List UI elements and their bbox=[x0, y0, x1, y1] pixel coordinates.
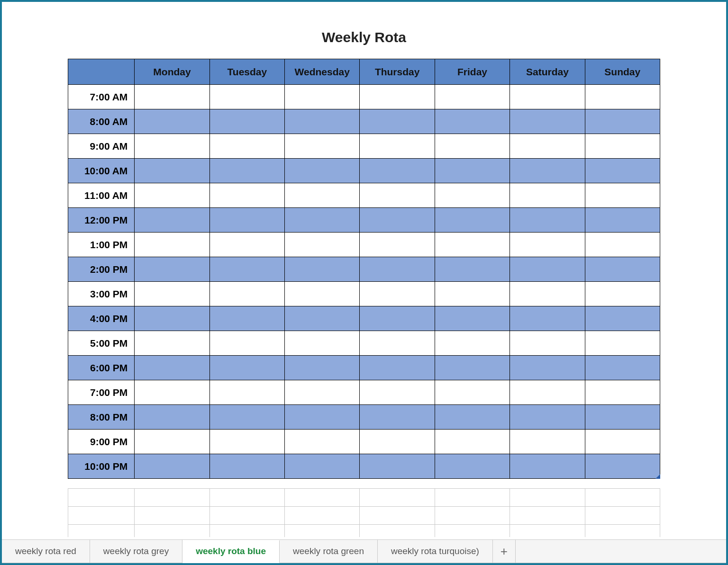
cell[interactable] bbox=[360, 525, 435, 538]
slot-cell[interactable] bbox=[585, 405, 660, 430]
slot-cell[interactable] bbox=[435, 208, 510, 233]
slot-cell[interactable] bbox=[209, 233, 284, 257]
slot-cell[interactable] bbox=[360, 405, 435, 430]
cell[interactable] bbox=[285, 525, 360, 538]
slot-cell[interactable] bbox=[209, 356, 284, 380]
header-day[interactable]: Thursday bbox=[360, 59, 435, 85]
header-day[interactable]: Monday bbox=[135, 59, 209, 85]
slot-cell[interactable] bbox=[360, 306, 435, 331]
slot-cell[interactable] bbox=[285, 405, 360, 430]
cell[interactable] bbox=[68, 507, 135, 525]
slot-cell[interactable] bbox=[135, 405, 209, 430]
slot-cell[interactable] bbox=[209, 405, 284, 430]
header-blank[interactable] bbox=[68, 59, 135, 85]
slot-cell[interactable] bbox=[360, 159, 435, 183]
slot-cell[interactable] bbox=[435, 430, 510, 454]
sheet-tab-turquoise[interactable]: weekly rota turquoise) bbox=[378, 540, 493, 563]
slot-cell[interactable] bbox=[135, 257, 209, 282]
slot-cell[interactable] bbox=[435, 109, 510, 134]
slot-cell[interactable] bbox=[435, 405, 510, 430]
header-day[interactable]: Tuesday bbox=[209, 59, 284, 85]
slot-cell[interactable] bbox=[585, 159, 660, 183]
slot-cell[interactable] bbox=[435, 257, 510, 282]
slot-cell[interactable] bbox=[285, 109, 360, 134]
slot-cell[interactable] bbox=[360, 454, 435, 479]
slot-cell[interactable] bbox=[585, 208, 660, 233]
slot-cell[interactable] bbox=[510, 208, 585, 233]
cell[interactable] bbox=[135, 507, 209, 525]
sheet-tab-blue[interactable]: weekly rota blue bbox=[182, 540, 280, 564]
table-resize-handle[interactable] bbox=[655, 474, 660, 479]
cell[interactable] bbox=[360, 489, 435, 507]
slot-cell[interactable] bbox=[285, 85, 360, 109]
slot-cell[interactable] bbox=[285, 282, 360, 306]
cell[interactable] bbox=[285, 489, 360, 507]
slot-cell[interactable] bbox=[360, 282, 435, 306]
slot-cell[interactable] bbox=[435, 282, 510, 306]
slot-cell[interactable] bbox=[510, 306, 585, 331]
slot-cell[interactable] bbox=[435, 134, 510, 159]
slot-cell[interactable] bbox=[360, 208, 435, 233]
cell[interactable] bbox=[585, 489, 660, 507]
slot-cell[interactable] bbox=[585, 257, 660, 282]
cell[interactable] bbox=[68, 489, 135, 507]
slot-cell[interactable] bbox=[135, 159, 209, 183]
slot-cell[interactable] bbox=[209, 306, 284, 331]
time-cell[interactable]: 11:00 AM bbox=[68, 183, 135, 208]
slot-cell[interactable] bbox=[209, 282, 284, 306]
slot-cell[interactable] bbox=[435, 331, 510, 356]
slot-cell[interactable] bbox=[209, 208, 284, 233]
slot-cell[interactable] bbox=[510, 257, 585, 282]
slot-cell[interactable] bbox=[360, 331, 435, 356]
slot-cell[interactable] bbox=[209, 257, 284, 282]
cell[interactable] bbox=[510, 525, 585, 538]
time-cell[interactable]: 9:00 PM bbox=[68, 430, 135, 454]
slot-cell[interactable] bbox=[510, 405, 585, 430]
slot-cell[interactable] bbox=[510, 331, 585, 356]
slot-cell[interactable] bbox=[510, 233, 585, 257]
slot-cell[interactable] bbox=[135, 208, 209, 233]
cell[interactable] bbox=[135, 525, 209, 538]
slot-cell[interactable] bbox=[135, 134, 209, 159]
time-cell[interactable]: 4:00 PM bbox=[68, 306, 135, 331]
slot-cell[interactable] bbox=[510, 380, 585, 405]
header-day[interactable]: Sunday bbox=[585, 59, 660, 85]
slot-cell[interactable] bbox=[285, 380, 360, 405]
slot-cell[interactable] bbox=[510, 356, 585, 380]
time-cell[interactable]: 9:00 AM bbox=[68, 134, 135, 159]
sheet-tab-red[interactable]: weekly rota red bbox=[2, 540, 90, 563]
cell[interactable] bbox=[285, 507, 360, 525]
time-cell[interactable]: 7:00 AM bbox=[68, 85, 135, 109]
slot-cell[interactable] bbox=[360, 134, 435, 159]
slot-cell[interactable] bbox=[135, 282, 209, 306]
cell[interactable] bbox=[68, 525, 135, 538]
slot-cell[interactable] bbox=[585, 233, 660, 257]
slot-cell[interactable] bbox=[360, 85, 435, 109]
slot-cell[interactable] bbox=[435, 233, 510, 257]
slot-cell[interactable] bbox=[209, 183, 284, 208]
slot-cell[interactable] bbox=[435, 159, 510, 183]
slot-cell[interactable] bbox=[285, 356, 360, 380]
slot-cell[interactable] bbox=[585, 282, 660, 306]
slot-cell[interactable] bbox=[435, 183, 510, 208]
slot-cell[interactable] bbox=[360, 257, 435, 282]
cell[interactable] bbox=[510, 489, 585, 507]
slot-cell[interactable] bbox=[585, 85, 660, 109]
sheet-tab-green[interactable]: weekly rota green bbox=[280, 540, 378, 563]
slot-cell[interactable] bbox=[285, 331, 360, 356]
new-sheet-button[interactable]: + bbox=[493, 540, 516, 563]
time-cell[interactable]: 3:00 PM bbox=[68, 282, 135, 306]
cell[interactable] bbox=[435, 489, 510, 507]
time-cell[interactable]: 1:00 PM bbox=[68, 233, 135, 257]
cell[interactable] bbox=[435, 525, 510, 538]
slot-cell[interactable] bbox=[360, 356, 435, 380]
slot-cell[interactable] bbox=[585, 134, 660, 159]
slot-cell[interactable] bbox=[360, 233, 435, 257]
slot-cell[interactable] bbox=[135, 430, 209, 454]
slot-cell[interactable] bbox=[510, 85, 585, 109]
cell[interactable] bbox=[209, 525, 284, 538]
cell[interactable] bbox=[585, 507, 660, 525]
slot-cell[interactable] bbox=[209, 430, 284, 454]
cell[interactable] bbox=[510, 507, 585, 525]
time-cell[interactable]: 12:00 PM bbox=[68, 208, 135, 233]
